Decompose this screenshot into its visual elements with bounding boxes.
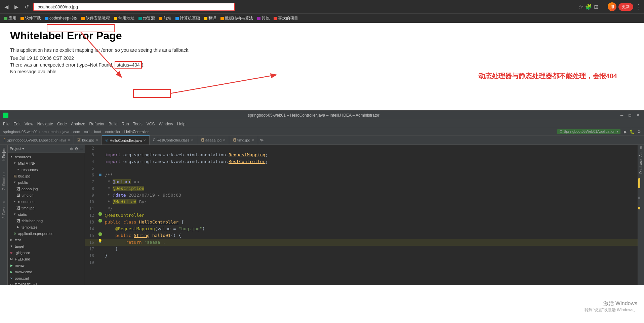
project-locate-icon[interactable]: ⊕ <box>70 147 73 151</box>
breadcrumb-project[interactable]: springboot-05-web01 <box>3 130 38 134</box>
bookmark-translate[interactable]: 翻译 <box>203 15 218 22</box>
tab-timg-jpg[interactable]: 🖼 timg.jpg ✕ <box>229 135 258 145</box>
project-collapse-icon[interactable]: ─ <box>80 147 83 151</box>
bookmark-common[interactable]: 常用地址 <box>113 15 136 22</box>
reload-button[interactable]: ↺ <box>23 3 31 11</box>
debug-button[interactable]: 🐛 <box>630 129 635 134</box>
scroll-track[interactable] <box>638 176 644 283</box>
more-tabs-button[interactable]: ≫ <box>259 138 264 143</box>
tree-public[interactable]: public <box>8 179 85 186</box>
menu-tools[interactable]: Tools <box>133 122 143 126</box>
breadcrumb-xu1[interactable]: xu1 <box>84 130 90 134</box>
tab-hello-controller[interactable]: ☉ HelloController.java ✕ <box>102 135 149 145</box>
minimize-button[interactable]: ─ <box>619 112 625 118</box>
bookmark-frontend[interactable]: 前端 <box>158 15 173 22</box>
tab-close-icon[interactable]: ✕ <box>68 138 70 142</box>
menu-refactor[interactable]: Refactor <box>89 122 105 126</box>
tree-mvnw[interactable]: ▶ mvnw <box>8 262 85 269</box>
tree-zhifubao[interactable]: 🖼 zhifubao.png <box>8 217 85 224</box>
project-settings-icon[interactable]: ⚙ <box>75 147 78 151</box>
breadcrumb-main[interactable]: main <box>50 130 58 134</box>
breadcrumb-boot[interactable]: boot <box>94 130 101 134</box>
bookmark-apps[interactable]: 应用 <box>3 15 18 22</box>
tab-bug-jpg[interactable]: 🖼 bug.jpg ✕ <box>74 135 102 145</box>
menu-help[interactable]: Help <box>177 122 186 126</box>
tab-close-icon[interactable]: ✕ <box>252 138 254 142</box>
breadcrumb-com[interactable]: com <box>73 130 80 134</box>
tab-close-icon[interactable]: ✕ <box>223 138 226 142</box>
tab-springboot-app[interactable]: J Springboot05Web01Application.java ✕ <box>0 135 74 145</box>
tree-meta-inf[interactable]: META-INF <box>8 160 85 166</box>
bookmark-fav[interactable]: 喜欢的项目 <box>272 15 299 22</box>
bookmark-codesheep[interactable]: codesheep书签 <box>44 15 79 22</box>
left-tab-favorites[interactable]: 2: Favorites <box>1 200 6 220</box>
code-area[interactable]: 2 3 import org.springframework.web.bind.… <box>85 145 638 285</box>
menu-run[interactable]: Run <box>122 122 129 126</box>
tree-static[interactable]: static <box>8 211 85 217</box>
tree-gitignore[interactable]: ⊘ .gitignore <box>8 249 85 256</box>
database-icon[interactable]: Database <box>639 159 643 174</box>
bookmark-other[interactable]: 其他 <box>256 15 271 22</box>
maximize-button[interactable]: □ <box>627 112 633 118</box>
tree-app-props[interactable]: ⚙ application.properties <box>8 230 85 237</box>
breadcrumb-hello-controller[interactable]: HelloController <box>124 130 149 134</box>
menu-view[interactable]: View <box>25 122 33 126</box>
menu-code[interactable]: Code <box>57 122 67 126</box>
maven-icon[interactable]: m <box>639 146 643 149</box>
tree-resources-sub[interactable]: resources <box>8 166 85 173</box>
address-bar[interactable] <box>33 3 235 11</box>
menu-analyze[interactable]: Analyze <box>71 122 85 126</box>
tree-pom-xml[interactable]: X pom.xml <box>8 275 85 281</box>
back-button[interactable]: ◀ <box>3 3 10 11</box>
menu-file[interactable]: File <box>3 122 9 126</box>
menu-edit[interactable]: Edit <box>13 122 21 126</box>
tree-mvnw-cmd[interactable]: ▶ mvnw.cmd <box>8 269 85 275</box>
more-icon[interactable]: ⋮ <box>600 4 606 10</box>
bookmark-algo[interactable]: 数据结构与算法 <box>219 15 254 22</box>
menu-navigate[interactable]: Navigate <box>37 122 53 126</box>
bookmark-software[interactable]: 软件下载 <box>19 15 42 22</box>
tree-resources2[interactable]: resources <box>8 198 85 205</box>
code-line: 11 */ <box>85 205 638 212</box>
tab-close-icon[interactable]: ✕ <box>143 138 146 142</box>
left-tab-structure[interactable]: Z: Structure <box>1 171 6 191</box>
breadcrumb-java[interactable]: java <box>63 130 69 134</box>
close-button[interactable]: ✕ <box>635 112 641 118</box>
bookmark-cs[interactable]: cs资源 <box>137 15 156 22</box>
tree-templates[interactable]: templates <box>8 224 85 230</box>
ant-icon[interactable]: Ant <box>639 152 643 157</box>
tree-help-md[interactable]: M HELP.md <box>8 256 85 262</box>
menu-window[interactable]: Window <box>159 122 173 126</box>
tree-target[interactable]: target <box>8 243 85 249</box>
bookmark-cs-basics[interactable]: 计算机基础 <box>174 15 201 22</box>
tab-close-icon[interactable]: ✕ <box>95 138 98 142</box>
bookmark-star-icon[interactable]: ☆ <box>578 4 583 10</box>
profile-icon[interactable]: ⊞ <box>594 4 598 10</box>
tree-test[interactable]: test <box>8 237 85 243</box>
menu-vcs[interactable]: VCS <box>147 122 155 126</box>
tree-readme-md[interactable]: M README.md <box>8 281 85 285</box>
menu-dots-icon[interactable]: ⋮ <box>635 3 641 10</box>
breadcrumb-controller[interactable]: controller <box>105 130 120 134</box>
extensions-icon[interactable]: 🧩 <box>585 4 592 10</box>
user-avatar[interactable]: 用 <box>608 2 616 11</box>
run-config-selector[interactable]: ⚙ Springboot05Web01Application ▾ <box>557 129 620 134</box>
bookmark-install[interactable]: 软件安装教程 <box>80 15 111 22</box>
tab-close-icon[interactable]: ✕ <box>191 138 194 142</box>
tree-timg-jpg[interactable]: 🖼 timg.jpg <box>8 205 85 211</box>
tree-aaaaa-jpg[interactable]: 🖼 aaaaa.jpg <box>8 186 85 192</box>
browser-chrome: ◀ ▶ ↺ ☆ 🧩 ⊞ ⋮ 用 更新 ⋮ <box>0 0 644 13</box>
tree-timg-gif[interactable]: 🖼 timg.gif <box>8 192 85 198</box>
update-button[interactable]: 更新 <box>618 3 633 11</box>
forward-button[interactable]: ▶ <box>13 3 20 11</box>
tree-resources[interactable]: resources <box>8 154 85 160</box>
tab-aaaaa-jpg[interactable]: 🖼 aaaaa.jpg ✕ <box>197 135 229 145</box>
more-run-button[interactable]: ⚙ <box>637 129 641 134</box>
breadcrumb-src[interactable]: src <box>42 130 47 134</box>
folder-closed-icon <box>16 225 21 230</box>
run-button[interactable]: ▶ <box>624 129 627 134</box>
left-tab-project[interactable]: 1: Project <box>1 146 6 163</box>
menu-build[interactable]: Build <box>109 122 118 126</box>
tab-rest-controller[interactable]: C RestController.class ✕ <box>150 135 197 145</box>
tree-bug-jpg[interactable]: 🖼 bug.jpg <box>8 173 85 179</box>
